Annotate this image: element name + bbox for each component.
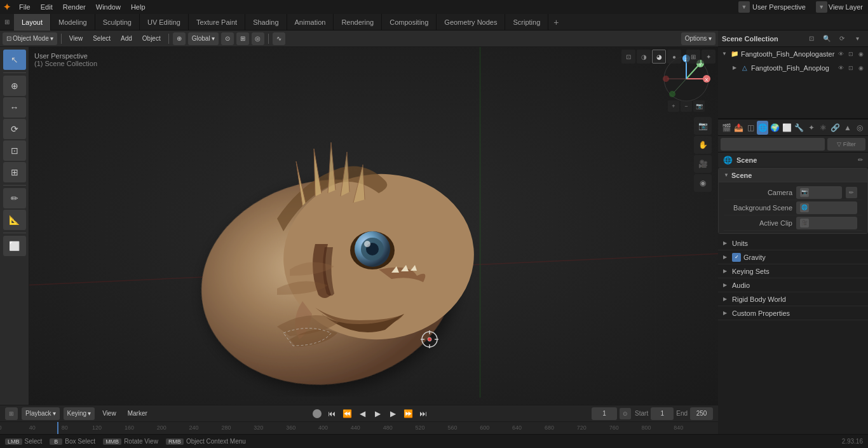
measure-tool-button[interactable]: 📐	[3, 210, 26, 230]
rotate-tool-button[interactable]: ⟳	[3, 119, 26, 139]
outliner-sync-btn[interactable]: ⟳	[835, 32, 849, 45]
prop-tab-object-data[interactable]: ▲	[842, 121, 853, 135]
timeline-marker-menu[interactable]: Marker	[124, 407, 151, 420]
prop-tab-material[interactable]: ◎	[854, 121, 865, 135]
menu-render[interactable]: Render	[58, 0, 91, 14]
transform-selector[interactable]: Global ▾	[188, 32, 219, 45]
gizmo-toggle-icon[interactable]: ✦	[702, 50, 715, 64]
gravity-section-row[interactable]: ▶ ✓ Gravity	[718, 250, 868, 264]
step-back-button[interactable]: ◀	[356, 407, 369, 420]
fish-render-btn[interactable]: ◉	[857, 64, 865, 72]
menu-window[interactable]: Window	[91, 0, 126, 14]
collection-view-btn[interactable]: 👁	[836, 50, 845, 58]
tab-animation[interactable]: Animation	[287, 14, 334, 31]
current-frame-input[interactable]	[592, 407, 617, 420]
tab-uv-editing[interactable]: UV Editing	[140, 14, 189, 31]
menu-help[interactable]: Help	[126, 0, 151, 14]
snapping-icon[interactable]: ⊞	[236, 32, 249, 45]
tab-modeling[interactable]: Modeling	[51, 14, 95, 31]
tab-texture-paint[interactable]: Texture Paint	[189, 14, 245, 31]
prop-tab-constraints[interactable]: 🔗	[830, 121, 841, 135]
select-menu[interactable]: Select	[89, 32, 114, 45]
proportional-edit-icon[interactable]: ◎	[252, 32, 264, 45]
next-keyframe-button[interactable]: ⏩	[402, 407, 414, 420]
prop-tab-world[interactable]: 🌍	[769, 121, 780, 135]
transform-icon[interactable]: ⊕	[173, 32, 186, 45]
fish-select-btn[interactable]: ⊡	[846, 64, 855, 72]
view-menu[interactable]: View	[65, 32, 87, 45]
overlay-icon[interactable]: ⊞	[686, 50, 700, 64]
tab-sculpting[interactable]: Sculpting	[95, 14, 140, 31]
keying-sets-section-row[interactable]: ▶ Keying Sets	[718, 264, 868, 278]
collection-row-main[interactable]: ▼ 📁 Fangtooth_Fish_Anoplogaster 👁 ⊡ ◉	[718, 47, 868, 61]
collection-render-btn[interactable]: ◉	[857, 50, 865, 58]
solid-shading-icon[interactable]: ◑	[637, 50, 651, 64]
jump-end-button[interactable]: ⏭	[417, 407, 430, 420]
proportional-connected-icon[interactable]: ∿	[273, 32, 285, 45]
add-menu[interactable]: Add	[117, 32, 136, 45]
menu-edit[interactable]: Edit	[36, 0, 58, 14]
timeline-mode-icon[interactable]: ⊞	[5, 407, 18, 420]
camera-prop-value[interactable]: 📷	[796, 186, 842, 199]
tab-geometry-nodes[interactable]: Geometry Nodes	[437, 14, 505, 31]
wire-shading-icon[interactable]: ⊡	[621, 50, 635, 64]
add-cube-button[interactable]: ⬜	[3, 236, 26, 256]
hand-tool-icon[interactable]: ✋	[694, 136, 712, 154]
prop-tab-scene[interactable]: 🌐	[757, 121, 768, 135]
camera-view-small-icon[interactable]: 🎥	[694, 155, 712, 173]
frame-adjust-icon[interactable]: ⊙	[620, 408, 631, 419]
tab-layout[interactable]: Layout	[14, 14, 51, 31]
add-workspace-button[interactable]: +	[548, 17, 564, 27]
keying-menu[interactable]: Keying ▾	[64, 407, 95, 420]
tab-scripting[interactable]: Scripting	[505, 14, 548, 31]
props-search-input[interactable]	[721, 138, 825, 151]
tab-compositing[interactable]: Compositing	[382, 14, 437, 31]
playback-menu[interactable]: Playback ▾	[22, 407, 60, 420]
fish-view-btn[interactable]: 👁	[836, 64, 845, 72]
render-icon[interactable]: ◉	[694, 174, 712, 192]
prop-tab-render[interactable]: 🎬	[721, 121, 732, 135]
viewport-3d[interactable]: User Perspective (1) Scene Collection	[29, 47, 718, 405]
props-search-filter[interactable]: ▽ Filter	[827, 138, 865, 151]
end-frame-value[interactable]: 250	[690, 407, 713, 420]
cursor-tool-button[interactable]: ⊕	[3, 76, 26, 96]
prop-tab-output[interactable]: 📤	[733, 121, 744, 135]
outliner-filter-btn[interactable]: ⊡	[804, 32, 818, 45]
rigid-body-section-row[interactable]: ▶ Rigid Body World	[718, 292, 868, 306]
object-menu[interactable]: Object	[139, 32, 165, 45]
jump-start-button[interactable]: ⏮	[325, 407, 338, 420]
select-tool-button[interactable]: ↖	[3, 50, 26, 70]
prop-tab-modifier[interactable]: 🔧	[793, 121, 804, 135]
camera-edit-btn[interactable]: ✏	[846, 187, 857, 198]
custom-props-section-row[interactable]: ▶ Custom Properties	[718, 306, 868, 320]
prop-tab-physics[interactable]: ⚛	[818, 121, 829, 135]
audio-section-row[interactable]: ▶ Audio	[718, 278, 868, 292]
prop-tab-view-layer[interactable]: ◫	[745, 121, 756, 135]
active-clip-prop-value[interactable]: 🎥	[796, 217, 857, 229]
annotate-tool-button[interactable]: ✏	[3, 188, 26, 208]
transform-pivot-icon[interactable]: ⊙	[221, 32, 234, 45]
zoom-in-icon[interactable]: +	[668, 100, 679, 112]
step-forward-button[interactable]: ▶	[386, 407, 399, 420]
outliner-more-btn[interactable]: ▾	[850, 32, 864, 45]
menu-file[interactable]: File	[14, 0, 36, 14]
prop-tab-particles[interactable]: ✦	[806, 121, 817, 135]
tab-rendering[interactable]: Rendering	[334, 14, 382, 31]
view-layer-icon[interactable]: ▼	[816, 1, 827, 13]
fish-object-row[interactable]: ▶ △ Fangtooth_Fish_Anoplog 👁 ⊡ ◉	[718, 61, 868, 75]
prop-tab-object[interactable]: ⬜	[781, 121, 792, 135]
zoom-out-icon[interactable]: −	[681, 100, 692, 112]
scene-section-header[interactable]: ▼ Scene	[719, 168, 867, 182]
gravity-checkbox[interactable]: ✓	[732, 253, 741, 262]
object-mode-selector[interactable]: ⊡ Object Mode ▾	[3, 32, 57, 45]
move-tool-button[interactable]: ↔	[3, 97, 26, 118]
transform-tool-button[interactable]: ⊞	[3, 162, 26, 182]
scene-dropdown-icon[interactable]: ▼	[738, 1, 750, 13]
units-section-row[interactable]: ▶ Units	[718, 236, 868, 250]
rendered-shading-icon[interactable]: ●	[667, 50, 681, 64]
camera-view-icon[interactable]: 📷	[693, 100, 705, 112]
bg-scene-prop-value[interactable]: 🌐	[796, 201, 857, 214]
collection-select-btn[interactable]: ⊡	[846, 50, 855, 58]
outliner-search-btn[interactable]: 🔍	[820, 32, 834, 45]
tab-shading[interactable]: Shading	[245, 14, 287, 31]
